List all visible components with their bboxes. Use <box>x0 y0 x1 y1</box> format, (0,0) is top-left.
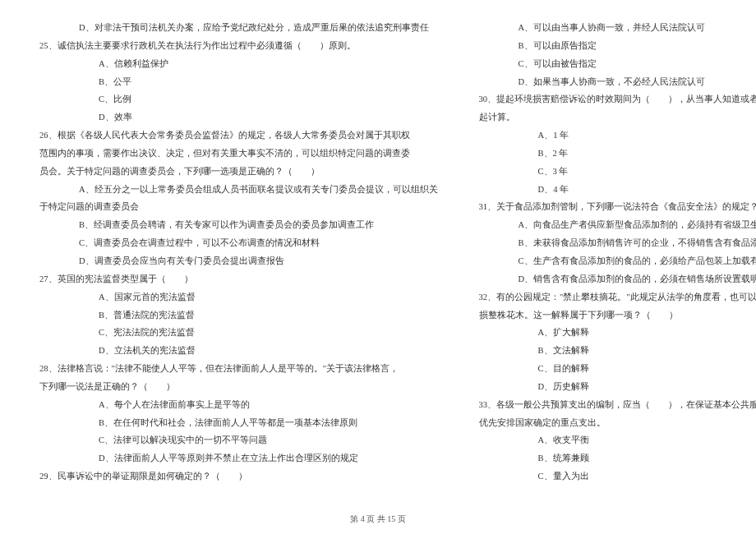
q29-option-d: D、如果当事人协商一致，不必经人民法院认可 <box>479 75 756 90</box>
q26-option-a-line1: A、经五分之一以上常务委员会组成人员书面联名提议或有关专门委员会提议，可以组织关 <box>39 182 438 197</box>
q32-option-d: D、历史解释 <box>479 380 756 394</box>
q31-stem: 31、关于食品添加剂管制，下列哪一说法符合《食品安全法》的规定？（ ） <box>479 200 756 214</box>
q26-stem-line3: 员会。关于特定问题的调查委员会，下列哪一选项是正确的？（ ） <box>39 164 438 179</box>
q26-option-c: C、调查委员会在调查过程中，可以不公布调查的情况和材料 <box>39 236 438 251</box>
q32-stem-line2: 损整株花木。这一解释属于下列哪一项？（ ） <box>479 308 756 323</box>
q32-stem-line1: 32、有的公园规定："禁止攀枝摘花。"此规定从法学的角度看，也可以解释为：不允许… <box>479 290 756 305</box>
q31-option-b: B、未获得食品添加剂销售许可的企业，不得销售含有食品添加剂的食品 <box>479 236 756 251</box>
q25-option-c: C、比例 <box>39 92 438 107</box>
q33-stem-line2: 优先安排国家确定的重点支出。 <box>479 416 756 430</box>
q33-option-c: C、量入为出 <box>479 469 756 484</box>
q27-option-d: D、立法机关的宪法监督 <box>39 343 438 358</box>
q30-stem-line2: 起计算。 <box>479 110 756 125</box>
column-right: A、可以由当事人协商一致，并经人民法院认可 B、可以由原告指定 C、可以由被告指… <box>479 21 756 497</box>
q28-stem-line1: 28、法律格言说："法律不能使人人平等，但在法律面前人人是平等的。"关于该法律格… <box>39 361 438 376</box>
q26-option-b: B、经调查委员会聘请，有关专家可以作为调查委员会的委员参加调查工作 <box>39 218 438 232</box>
column-left: D、对非法干预司法机关办案，应给予党纪政纪处分，造成严重后果的依法追究刑事责任 … <box>39 21 438 497</box>
q30-option-a: A、1 年 <box>479 128 756 143</box>
q24-option-d: D、对非法干预司法机关办案，应给予党纪政纪处分，造成严重后果的依法追究刑事责任 <box>39 21 438 35</box>
q27-option-a: A、国家元首的宪法监督 <box>39 290 438 305</box>
q33-option-a: A、收支平衡 <box>479 433 756 448</box>
q28-option-a: A、每个人在法律面前事实上是平等的 <box>39 398 438 412</box>
q26-option-d: D、调查委员会应当向有关专门委员会提出调查报告 <box>39 254 438 269</box>
q29-option-c: C、可以由被告指定 <box>479 57 756 71</box>
q31-option-c: C、生产含有食品添加剂的食品的，必须给产品包装上加载有"食品添加剂"字样的标签 <box>479 254 756 269</box>
page-content: D、对非法干预司法机关办案，应给予党纪政纪处分，造成严重后果的依法追究刑事责任 … <box>39 21 717 497</box>
q25-stem: 25、诚信执法主要要求行政机关在执法行为作出过程中必须遵循（ ）原则。 <box>39 39 438 53</box>
q32-option-c: C、目的解释 <box>479 361 756 376</box>
q27-option-c: C、宪法法院的宪法监督 <box>39 325 438 340</box>
q31-option-d: D、销售含有食品添加剂的食品的，必须在销售场所设置载明"食品添加剂"字样的专柜 <box>479 272 756 287</box>
q32-option-a: A、扩大解释 <box>479 325 756 340</box>
q26-stem-line1: 26、根据《各级人民代表大会常务委员会监督法》的规定，各级人大常务委员会对属于其… <box>39 128 438 143</box>
q25-option-a: A、信赖利益保护 <box>39 57 438 71</box>
q25-option-d: D、效率 <box>39 110 438 125</box>
q25-option-b: B、公平 <box>39 75 438 90</box>
page-footer: 第 4 页 共 15 页 <box>0 512 756 526</box>
q26-stem-line2: 范围内的事项，需要作出决议、决定，但对有关重大事实不清的，可以组织特定问题的调查… <box>39 146 438 161</box>
q27-stem: 27、英国的宪法监督类型属于（ ） <box>39 272 438 287</box>
q33-option-b: B、统筹兼顾 <box>479 451 756 466</box>
q27-option-b: B、普通法院的宪法监督 <box>39 308 438 323</box>
q26-option-a-line2: 于特定问题的调查委员会 <box>39 200 438 214</box>
q28-option-c: C、法律可以解决现实中的一切不平等问题 <box>39 433 438 448</box>
q29-stem: 29、民事诉讼中的举证期限是如何确定的？（ ） <box>39 469 438 484</box>
q30-stem-line1: 30、提起环境损害赔偿诉讼的时效期间为（ ），从当事人知道或者应当知道其受到损害… <box>479 92 756 107</box>
q32-option-b: B、文法解释 <box>479 343 756 358</box>
q30-option-d: D、4 年 <box>479 182 756 197</box>
q29-option-b: B、可以由原告指定 <box>479 39 756 53</box>
q28-option-b: B、在任何时代和社会，法律面前人人平等都是一项基本法律原则 <box>39 416 438 430</box>
q28-option-d: D、法律面前人人平等原则并不禁止在立法上作出合理区别的规定 <box>39 451 438 466</box>
q30-option-b: B、2 年 <box>479 146 756 161</box>
q33-stem-line1: 33、各级一般公共预算支出的编制，应当（ ），在保证基本公共服务合理需要的前提下… <box>479 398 756 412</box>
q31-option-a: A、向食品生产者供应新型食品添加剂的，必须持有省级卫生行政部门发放的特别许可证 <box>479 218 756 232</box>
q29-option-a: A、可以由当事人协商一致，并经人民法院认可 <box>479 21 756 35</box>
q30-option-c: C、3 年 <box>479 164 756 179</box>
q28-stem-line2: 下列哪一说法是正确的？（ ） <box>39 380 438 394</box>
